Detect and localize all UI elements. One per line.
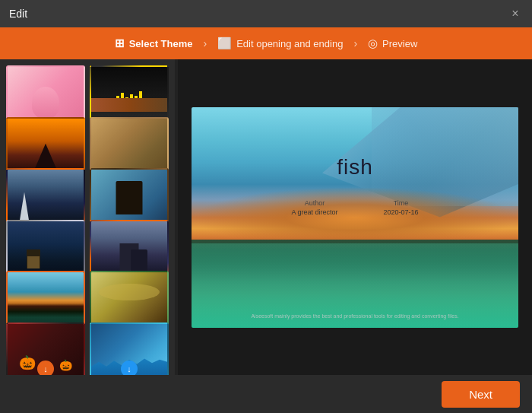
step-arrow-1: › (204, 37, 207, 49)
author-label: Author (305, 199, 325, 207)
step-preview-label: Preview (382, 38, 417, 49)
step-edit-opening-label: Edit opening and ending (236, 38, 343, 49)
step-navigation: ⊞ Select Theme › ⬜ Edit opening and endi… (0, 27, 532, 59)
close-button[interactable]: × (508, 6, 523, 21)
author-value: A great director (291, 208, 337, 216)
select-theme-icon: ⊞ (115, 37, 125, 50)
preview-title: fish (192, 155, 518, 179)
theme-thumb-11[interactable]: 🎃 🎃 ↓ (6, 322, 85, 376)
main-content: 🎃 🎃 ↓ ↓ fish (0, 59, 532, 375)
theme-thumb-6[interactable] (90, 168, 169, 227)
next-button[interactable]: Next (442, 381, 520, 408)
step-select-theme-label: Select Theme (129, 38, 193, 49)
window-title: Edit (9, 8, 27, 20)
preview-footer: Aiseesoft mainly provides the best and p… (192, 313, 518, 319)
preview-meta: Author A great director Time 2020-07-16 (192, 199, 518, 216)
theme-thumb-1[interactable] (6, 65, 85, 125)
edit-opening-icon: ⬜ (217, 37, 232, 50)
time-label: Time (394, 199, 409, 207)
meta-author: Author A great director (291, 199, 337, 216)
theme-thumb-8[interactable] (90, 220, 169, 279)
theme-thumb-5[interactable] (6, 168, 85, 227)
theme-thumb-9[interactable] (6, 271, 85, 330)
download-icon-12: ↓ (121, 361, 138, 376)
theme-sidebar: 🎃 🎃 ↓ ↓ (0, 59, 175, 375)
preview-area: fish Author A great director Time 2020-0… (178, 59, 532, 375)
preview-icon: ◎ (368, 37, 378, 50)
theme-thumb-2[interactable] (90, 65, 169, 125)
download-icon-11: ↓ (37, 361, 54, 376)
step-preview[interactable]: ◎ Preview (360, 37, 425, 50)
theme-thumb-12[interactable]: ↓ (90, 322, 169, 376)
meta-time: Time 2020-07-16 (383, 199, 418, 216)
title-bar: Edit × (0, 0, 532, 27)
time-value: 2020-07-16 (383, 208, 418, 216)
bottom-bar: Next (0, 375, 532, 413)
step-arrow-2: › (353, 37, 357, 49)
step-select-theme[interactable]: ⊞ Select Theme (107, 37, 201, 50)
theme-thumb-3[interactable] (6, 117, 85, 176)
theme-thumb-10[interactable] (90, 271, 169, 330)
preview-card: fish Author A great director Time 2020-0… (192, 107, 518, 328)
theme-thumb-4[interactable] (90, 117, 169, 176)
step-edit-opening[interactable]: ⬜ Edit opening and ending (210, 37, 350, 50)
theme-thumb-7[interactable] (6, 220, 85, 279)
horizon-glow (192, 187, 518, 248)
